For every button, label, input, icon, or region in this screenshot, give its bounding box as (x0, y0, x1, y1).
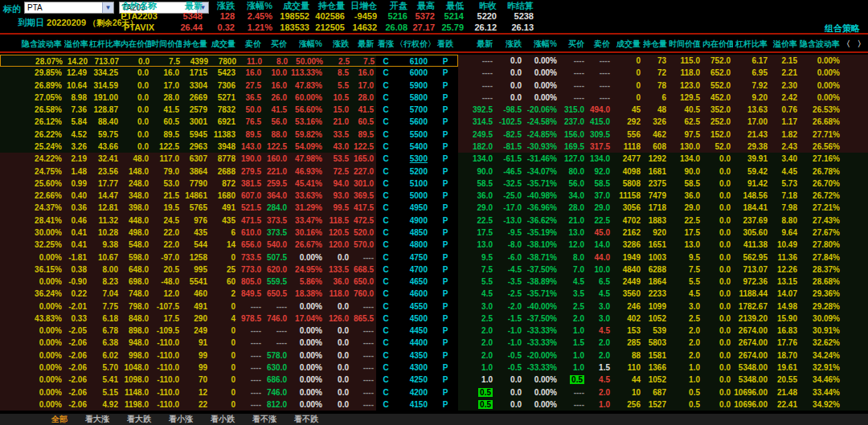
option-row-4700[interactable]: 36.15%0.388.00648.020.599525773.0620.024… (0, 264, 868, 276)
call-column-header[interactable]: 时间价值 (151, 35, 182, 51)
put-column-header[interactable]: 隐含波动率 (800, 35, 842, 51)
option-row-4950[interactable]: 24.37%0.3612.81398.019.55765491521.5284.… (0, 202, 868, 214)
strike-price[interactable]: 4650 (395, 276, 432, 288)
strike-price[interactable]: 6000 (395, 67, 432, 79)
put-cell: 2.0 (587, 386, 612, 398)
chevron-down-icon[interactable]: ▼ (102, 2, 113, 13)
option-row-4750[interactable]: 0.00%-1.8110.67598.0-97.012580733.5507.5… (0, 251, 868, 264)
strike-price[interactable]: 4700 (395, 264, 432, 276)
strike-price[interactable]: 4450 (395, 325, 432, 337)
option-row-5000[interactable]: 22.66%0.4014.47348.021.5148611680607.036… (0, 190, 868, 202)
call-column-header[interactable]: 买价 (264, 35, 289, 51)
strike-price[interactable]: 4900 (395, 215, 432, 227)
put-column-header[interactable]: 涨跌 (495, 35, 524, 51)
put-column-header[interactable]: 内在价值 (702, 35, 733, 51)
put-column-header[interactable]: 持仓量 (643, 35, 669, 51)
put-cell: 0.0 (702, 264, 733, 276)
option-row-5400[interactable]: 25.24%3.2643.660.0122.529633948143.0122.… (0, 141, 868, 153)
call-column-header[interactable]: 最新 (351, 35, 376, 51)
put-column-header[interactable]: 卖价 (587, 35, 612, 51)
option-row-4650[interactable]: 0.00%-0.908.23698.0-48.0554160805.0559.5… (0, 276, 868, 288)
instrument-name[interactable]: PTA2203 (121, 11, 159, 22)
strike-price[interactable]: 4850 (395, 227, 432, 239)
put-column-header[interactable]: 买价 (559, 35, 587, 51)
filter-tab-6[interactable]: 看不涨 (252, 414, 276, 425)
strike-price[interactable]: 4200 (395, 386, 432, 398)
strike-price[interactable]: 5800 (395, 92, 432, 104)
strike-price[interactable]: 5000 (395, 190, 432, 202)
strike-price[interactable]: 4250 (395, 374, 432, 386)
option-row-4450[interactable]: 0.00%-2.056.78898.0-109.52490--------0.0… (0, 325, 868, 337)
option-row-4500[interactable]: 43.83%0.336.18848.017.52904978.5746.017.… (0, 313, 868, 325)
strike-price[interactable]: 4950 (395, 202, 432, 214)
strike-price[interactable]: 5500 (395, 129, 432, 141)
option-row-5900[interactable]: 26.89%10.64314.590.017.03304730627.516.0… (0, 80, 868, 92)
put-column-header[interactable]: 溢价率 (770, 35, 800, 51)
strike-price[interactable]: 5600 (395, 116, 432, 128)
call-column-header[interactable]: 涨幅% (289, 35, 325, 51)
put-column-header[interactable]: 涨幅% (524, 35, 559, 51)
call-column-header[interactable]: 溢价率 (64, 35, 89, 51)
strike-column-header[interactable]: 看跌 (432, 35, 458, 51)
option-row-6000[interactable]: 29.85%12.49334.250.016.01715542316.010.0… (0, 67, 868, 79)
strike-price[interactable]: 4400 (395, 337, 432, 349)
strike-column-header[interactable]: 〈行权价〉 (395, 35, 432, 51)
option-row-4400[interactable]: 0.00%-2.066.38948.0-110.0910--------0.00… (0, 337, 868, 349)
filter-tab-2[interactable]: 看大涨 (85, 414, 109, 425)
column-scroll-arrows-icon[interactable]: 〈 〉 (842, 35, 868, 51)
option-row-6100[interactable]: 28.07%14.20713.070.07.54399780011.08.050… (0, 55, 868, 67)
option-row-5300[interactable]: 24.22%2.1932.4148.0117.063078778190.0160… (0, 153, 868, 165)
put-column-header[interactable]: 成交量 (612, 35, 643, 51)
strike-price[interactable]: 4600 (395, 288, 432, 300)
strike-price[interactable]: 5100 (395, 178, 432, 190)
option-row-5500[interactable]: 26.22%4.5259.750.089.559451138389.588.05… (0, 129, 868, 141)
option-row-4850[interactable]: 30.00%0.4110.28498.022.04356610.0373.530… (0, 227, 868, 239)
strike-price[interactable]: 4150 (395, 398, 432, 411)
strike-price[interactable]: 5700 (395, 104, 432, 116)
option-row-5800[interactable]: 27.05%8.98191.000.028.02669527136.526.06… (0, 92, 868, 104)
option-row-4800[interactable]: 32.25%0.419.38548.022.054414656.0540.026… (0, 239, 868, 251)
option-row-4600[interactable]: 36.24%0.227.04748.012.04602849.5650.518.… (0, 288, 868, 300)
put-cell: 29.28% (800, 300, 842, 313)
filter-tab-5[interactable]: 看小跌 (211, 414, 235, 425)
call-column-header[interactable]: 涨跌 (325, 35, 351, 51)
strike-price[interactable]: 5200 (395, 166, 432, 178)
option-row-4150[interactable]: 0.00%-2.064.921198.0-110.0220----812.00.… (0, 398, 868, 411)
strike-price[interactable]: 4550 (395, 300, 432, 313)
underlying-select[interactable]: PTA ▼ (24, 2, 114, 14)
option-row-4200[interactable]: 0.00%-2.065.151148.0-110.0120----746.00.… (0, 386, 868, 398)
strike-price[interactable]: 5400 (395, 141, 432, 153)
call-column-header[interactable]: 卖价 (238, 35, 264, 51)
option-row-4900[interactable]: 28.41%0.4611.32448.024.5976435471.5373.5… (0, 215, 868, 227)
strike-price[interactable]: 4350 (395, 349, 432, 362)
filter-tab-3[interactable]: 看大跌 (127, 414, 151, 425)
call-column-header[interactable]: 杠杆比率 (89, 35, 121, 51)
instrument-name[interactable]: PTAVIX (121, 22, 159, 33)
option-row-4550[interactable]: 0.00%-2.017.75798.0-107.54910--------0.0… (0, 300, 868, 313)
option-row-5100[interactable]: 25.60%0.9917.77248.053.07790872381.5259.… (0, 178, 868, 190)
call-column-header[interactable]: 隐含波动率 (0, 35, 64, 51)
option-row-5600[interactable]: 26.12%5.8488.400.060.53001692176.556.053… (0, 116, 868, 128)
option-row-5700[interactable]: 26.58%7.36128.870.041.52579783250.041.55… (0, 104, 868, 116)
call-column-header[interactable]: 持仓量 (182, 35, 210, 51)
strike-price[interactable]: 6100 (395, 55, 432, 66)
option-row-4250[interactable]: 0.00%-2.065.411098.0-110.0700----686.00.… (0, 374, 868, 386)
put-column-header[interactable]: 最新 (458, 35, 495, 51)
strike-column-header[interactable]: 看涨 (376, 35, 395, 51)
filter-tab-7[interactable]: 看不跌 (294, 414, 318, 425)
strike-price[interactable]: 5300 (395, 153, 432, 165)
strike-price[interactable]: 5900 (395, 80, 432, 92)
filter-tab-4[interactable]: 看小涨 (169, 414, 193, 425)
strike-price[interactable]: 4750 (395, 251, 432, 264)
call-column-header[interactable]: 内在价值 (121, 35, 151, 51)
strike-price[interactable]: 4300 (395, 362, 432, 374)
strike-price[interactable]: 4800 (395, 239, 432, 251)
put-column-header[interactable]: 时间价值 (669, 35, 702, 51)
filter-tab-1[interactable]: 全部 (51, 414, 68, 425)
option-row-4300[interactable]: 0.00%-2.065.701048.0-110.0990----630.00.… (0, 362, 868, 374)
option-row-5200[interactable]: 24.75%1.4823.56148.079.038642688279.5221… (0, 166, 868, 178)
put-column-header[interactable]: 杠杆比率 (733, 35, 770, 51)
strike-price[interactable]: 4500 (395, 313, 432, 325)
option-row-4350[interactable]: 0.00%-2.066.02998.0-110.0990----578.00.0… (0, 349, 868, 362)
call-column-header[interactable]: 成交量 (210, 35, 238, 51)
